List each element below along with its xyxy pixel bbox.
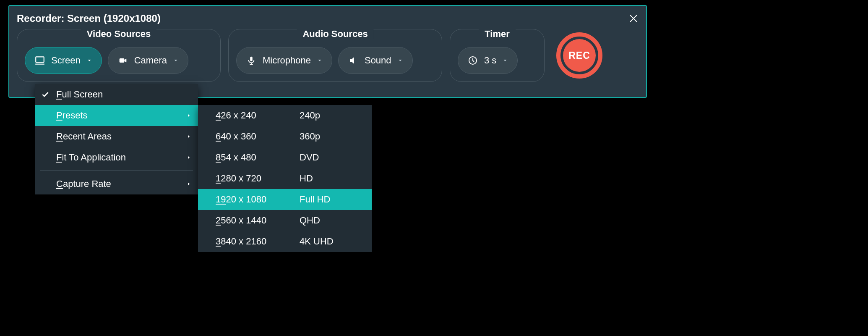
group-audio-sources: Audio Sources Microphone Sound	[228, 29, 442, 82]
menu-label: Recent Areas	[56, 131, 112, 142]
record-button[interactable]: REC	[556, 32, 602, 79]
camera-label: Camera	[134, 55, 167, 66]
chevron-right-icon	[186, 181, 191, 186]
monitor-icon	[34, 55, 45, 66]
preset-resolution: 640 x 360	[216, 131, 300, 142]
menu-item-recent-areas[interactable]: Recent Areas	[35, 126, 198, 147]
preset-resolution: 3840 x 2160	[216, 236, 300, 247]
menu-label: Capture Rate	[56, 178, 111, 189]
preset-name: 360p	[300, 131, 320, 142]
preset-item[interactable]: 426 x 240240p	[198, 105, 372, 126]
preset-resolution: 426 x 240	[216, 110, 300, 121]
menu-label: Presets	[56, 110, 88, 121]
window-title: Recorder: Screen (1920x1080)	[17, 13, 161, 24]
menu-item-full-screen[interactable]: Full Screen	[35, 84, 198, 105]
camera-icon	[117, 55, 128, 66]
close-icon[interactable]	[628, 13, 639, 24]
screen-label: Screen	[51, 55, 81, 66]
titlebar: Recorder: Screen (1920x1080)	[9, 6, 646, 29]
sound-label: Sound	[365, 55, 391, 66]
group-video-sources: Video Sources Screen Camera	[17, 29, 221, 82]
chevron-right-icon	[186, 113, 191, 118]
microphone-label: Microphone	[263, 55, 311, 66]
microphone-icon	[246, 55, 257, 66]
preset-item[interactable]: 854 x 480DVD	[198, 147, 372, 168]
preset-item[interactable]: 1280 x 720HD	[198, 168, 372, 189]
menu-item-fit-to-application[interactable]: Fit To Application	[35, 147, 198, 168]
svg-rect-0	[36, 57, 44, 62]
preset-name: 240p	[300, 110, 320, 121]
preset-name: Full HD	[300, 194, 330, 205]
menu-label: Fit To Application	[56, 152, 126, 163]
chevron-down-icon	[173, 58, 179, 63]
preset-name: DVD	[300, 152, 319, 163]
clock-icon	[467, 55, 478, 66]
menu-separator	[40, 171, 193, 171]
chevron-right-icon	[186, 134, 191, 139]
timer-dropdown[interactable]: 3 s	[458, 47, 518, 74]
menu-label: Full Screen	[56, 89, 103, 100]
chevron-down-icon	[86, 58, 92, 63]
group-timer: Timer 3 s	[450, 29, 545, 82]
preset-resolution: 1280 x 720	[216, 173, 300, 184]
group-label-timer: Timer	[479, 29, 516, 39]
preset-name: QHD	[300, 215, 320, 226]
chevron-down-icon	[397, 58, 403, 63]
preset-item[interactable]: 3840 x 21604K UHD	[198, 231, 372, 252]
menu-item-capture-rate[interactable]: Capture Rate	[35, 173, 198, 194]
group-label-video: Video Sources	[81, 29, 156, 39]
camera-source-dropdown[interactable]: Camera	[108, 47, 188, 74]
preset-resolution: 1920 x 1080	[216, 194, 300, 205]
chevron-down-icon	[317, 58, 323, 63]
record-area: REC	[552, 29, 607, 82]
preset-item[interactable]: 640 x 360360p	[198, 126, 372, 147]
preset-resolution: 854 x 480	[216, 152, 300, 163]
checkmark-icon	[41, 90, 50, 99]
chevron-right-icon	[186, 155, 191, 160]
sections-row: Video Sources Screen Camera Audio Source…	[9, 29, 646, 89]
presets-submenu: 426 x 240240p640 x 360360p854 x 480DVD12…	[198, 105, 372, 252]
preset-name: HD	[300, 173, 313, 184]
microphone-source-dropdown[interactable]: Microphone	[236, 47, 332, 74]
screen-menu: Full Screen Presets Recent Areas Fit To …	[35, 84, 198, 194]
group-label-audio: Audio Sources	[297, 29, 373, 39]
screen-source-dropdown[interactable]: Screen	[25, 47, 102, 74]
preset-name: 4K UHD	[300, 236, 334, 247]
preset-resolution: 2560 x 1440	[216, 215, 300, 226]
sound-source-dropdown[interactable]: Sound	[338, 47, 413, 74]
record-label: REC	[563, 39, 596, 72]
preset-item[interactable]: 1920 x 1080Full HD	[198, 189, 372, 210]
speaker-icon	[348, 55, 359, 66]
svg-rect-1	[119, 58, 124, 63]
menu-item-presets[interactable]: Presets	[35, 105, 198, 126]
svg-rect-2	[250, 57, 253, 61]
timer-value: 3 s	[484, 55, 496, 66]
preset-item[interactable]: 2560 x 1440QHD	[198, 210, 372, 231]
chevron-down-icon	[502, 58, 508, 63]
